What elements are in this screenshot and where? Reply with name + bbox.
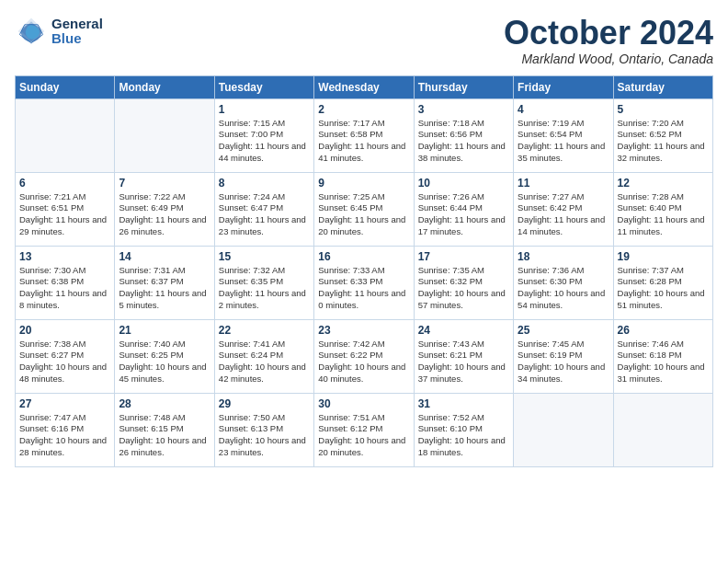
calendar-cell: 23Sunrise: 7:42 AM Sunset: 6:22 PM Dayli…: [314, 319, 414, 393]
calendar-cell: 2Sunrise: 7:17 AM Sunset: 6:58 PM Daylig…: [314, 98, 414, 172]
day-number: 29: [219, 397, 310, 410]
day-number: 22: [219, 324, 310, 337]
day-info: Sunrise: 7:45 AM Sunset: 6:19 PM Dayligh…: [518, 339, 609, 385]
calendar-cell: [115, 98, 214, 172]
day-number: 21: [119, 324, 210, 337]
day-number: 23: [318, 324, 409, 337]
day-info: Sunrise: 7:28 AM Sunset: 6:40 PM Dayligh…: [618, 191, 709, 238]
location: Markland Wood, Ontario, Canada: [504, 52, 713, 66]
day-info: Sunrise: 7:30 AM Sunset: 6:38 PM Dayligh…: [19, 265, 110, 312]
day-info: Sunrise: 7:41 AM Sunset: 6:24 PM Dayligh…: [219, 339, 310, 385]
calendar-cell: 7Sunrise: 7:22 AM Sunset: 6:49 PM Daylig…: [115, 172, 214, 246]
day-number: 16: [318, 250, 409, 263]
calendar-cell: 28Sunrise: 7:48 AM Sunset: 6:15 PM Dayli…: [115, 393, 214, 466]
weekday-header-tuesday: Tuesday: [214, 75, 313, 98]
day-info: Sunrise: 7:32 AM Sunset: 6:35 PM Dayligh…: [219, 265, 310, 312]
page-header: General Blue October 2024 Markland Wood,…: [15, 15, 713, 66]
day-info: Sunrise: 7:25 AM Sunset: 6:45 PM Dayligh…: [318, 191, 409, 238]
day-number: 8: [219, 177, 310, 190]
calendar-cell: 14Sunrise: 7:31 AM Sunset: 6:37 PM Dayli…: [115, 246, 214, 319]
day-info: Sunrise: 7:42 AM Sunset: 6:22 PM Dayligh…: [318, 339, 409, 385]
calendar-week-row: 13Sunrise: 7:30 AM Sunset: 6:38 PM Dayli…: [16, 246, 713, 319]
calendar-cell: 29Sunrise: 7:50 AM Sunset: 6:13 PM Dayli…: [214, 393, 313, 466]
day-info: Sunrise: 7:47 AM Sunset: 6:16 PM Dayligh…: [19, 412, 110, 459]
day-info: Sunrise: 7:27 AM Sunset: 6:42 PM Dayligh…: [518, 191, 609, 238]
day-number: 4: [518, 103, 609, 116]
day-info: Sunrise: 7:19 AM Sunset: 6:54 PM Dayligh…: [518, 118, 609, 165]
calendar-cell: [613, 393, 712, 466]
day-info: Sunrise: 7:37 AM Sunset: 6:28 PM Dayligh…: [618, 265, 709, 312]
calendar-cell: 20Sunrise: 7:38 AM Sunset: 6:27 PM Dayli…: [16, 319, 115, 393]
calendar-cell: 11Sunrise: 7:27 AM Sunset: 6:42 PM Dayli…: [514, 172, 613, 246]
day-number: 19: [618, 250, 709, 263]
calendar-cell: 17Sunrise: 7:35 AM Sunset: 6:32 PM Dayli…: [414, 246, 513, 319]
calendar-cell: 8Sunrise: 7:24 AM Sunset: 6:47 PM Daylig…: [214, 172, 313, 246]
month-title: October 2024: [504, 15, 713, 52]
day-number: 12: [618, 177, 709, 190]
weekday-header-wednesday: Wednesday: [314, 75, 414, 98]
day-info: Sunrise: 7:31 AM Sunset: 6:37 PM Dayligh…: [119, 265, 210, 312]
weekday-header-row: SundayMondayTuesdayWednesdayThursdayFrid…: [16, 75, 713, 98]
day-info: Sunrise: 7:17 AM Sunset: 6:58 PM Dayligh…: [318, 118, 409, 165]
day-info: Sunrise: 7:15 AM Sunset: 7:00 PM Dayligh…: [219, 118, 310, 165]
day-info: Sunrise: 7:38 AM Sunset: 6:27 PM Dayligh…: [19, 339, 110, 385]
calendar-cell: 18Sunrise: 7:36 AM Sunset: 6:30 PM Dayli…: [514, 246, 613, 319]
calendar-cell: 24Sunrise: 7:43 AM Sunset: 6:21 PM Dayli…: [414, 319, 513, 393]
day-info: Sunrise: 7:22 AM Sunset: 6:49 PM Dayligh…: [119, 191, 210, 238]
weekday-header-saturday: Saturday: [613, 75, 712, 98]
calendar-cell: 13Sunrise: 7:30 AM Sunset: 6:38 PM Dayli…: [16, 246, 115, 319]
weekday-header-friday: Friday: [514, 75, 613, 98]
calendar-cell: 27Sunrise: 7:47 AM Sunset: 6:16 PM Dayli…: [16, 393, 115, 466]
calendar-cell: 31Sunrise: 7:52 AM Sunset: 6:10 PM Dayli…: [414, 393, 513, 466]
day-info: Sunrise: 7:18 AM Sunset: 6:56 PM Dayligh…: [418, 118, 509, 165]
day-number: 9: [318, 177, 409, 190]
calendar-cell: 12Sunrise: 7:28 AM Sunset: 6:40 PM Dayli…: [613, 172, 712, 246]
day-info: Sunrise: 7:26 AM Sunset: 6:44 PM Dayligh…: [418, 191, 509, 238]
day-number: 6: [19, 177, 110, 190]
day-number: 13: [19, 250, 110, 263]
calendar-cell: 30Sunrise: 7:51 AM Sunset: 6:12 PM Dayli…: [314, 393, 414, 466]
day-info: Sunrise: 7:50 AM Sunset: 6:13 PM Dayligh…: [219, 412, 310, 459]
day-number: 30: [318, 397, 409, 410]
day-number: 3: [418, 103, 509, 116]
calendar-week-row: 27Sunrise: 7:47 AM Sunset: 6:16 PM Dayli…: [16, 393, 713, 466]
calendar-cell: [16, 98, 115, 172]
calendar-cell: 10Sunrise: 7:26 AM Sunset: 6:44 PM Dayli…: [414, 172, 513, 246]
day-number: 1: [219, 103, 310, 116]
day-number: 24: [418, 324, 509, 337]
weekday-header-sunday: Sunday: [16, 75, 115, 98]
calendar-cell: 22Sunrise: 7:41 AM Sunset: 6:24 PM Dayli…: [214, 319, 313, 393]
weekday-header-thursday: Thursday: [414, 75, 513, 98]
calendar-cell: 1Sunrise: 7:15 AM Sunset: 7:00 PM Daylig…: [214, 98, 313, 172]
day-number: 10: [418, 177, 509, 190]
day-number: 15: [219, 250, 310, 263]
title-block: October 2024 Markland Wood, Ontario, Can…: [504, 15, 713, 66]
weekday-header-monday: Monday: [115, 75, 214, 98]
calendar-week-row: 6Sunrise: 7:21 AM Sunset: 6:51 PM Daylig…: [16, 172, 713, 246]
logo-icon: [15, 15, 48, 48]
day-info: Sunrise: 7:40 AM Sunset: 6:25 PM Dayligh…: [119, 339, 210, 385]
calendar-week-row: 1Sunrise: 7:15 AM Sunset: 7:00 PM Daylig…: [16, 98, 713, 172]
day-info: Sunrise: 7:21 AM Sunset: 6:51 PM Dayligh…: [19, 191, 110, 238]
calendar-cell: 26Sunrise: 7:46 AM Sunset: 6:18 PM Dayli…: [613, 319, 712, 393]
day-info: Sunrise: 7:48 AM Sunset: 6:15 PM Dayligh…: [119, 412, 210, 459]
calendar-cell: 3Sunrise: 7:18 AM Sunset: 6:56 PM Daylig…: [414, 98, 513, 172]
day-info: Sunrise: 7:20 AM Sunset: 6:52 PM Dayligh…: [618, 118, 709, 165]
day-number: 26: [618, 324, 709, 337]
day-info: Sunrise: 7:51 AM Sunset: 6:12 PM Dayligh…: [318, 412, 409, 459]
day-number: 27: [19, 397, 110, 410]
day-number: 14: [119, 250, 210, 263]
day-number: 2: [318, 103, 409, 116]
day-info: Sunrise: 7:36 AM Sunset: 6:30 PM Dayligh…: [518, 265, 609, 312]
calendar-cell: 16Sunrise: 7:33 AM Sunset: 6:33 PM Dayli…: [314, 246, 414, 319]
day-info: Sunrise: 7:33 AM Sunset: 6:33 PM Dayligh…: [318, 265, 409, 312]
day-number: 28: [119, 397, 210, 410]
calendar-cell: 4Sunrise: 7:19 AM Sunset: 6:54 PM Daylig…: [514, 98, 613, 172]
day-number: 20: [19, 324, 110, 337]
day-number: 18: [518, 250, 609, 263]
day-info: Sunrise: 7:46 AM Sunset: 6:18 PM Dayligh…: [618, 339, 709, 385]
calendar-cell: 19Sunrise: 7:37 AM Sunset: 6:28 PM Dayli…: [613, 246, 712, 319]
day-info: Sunrise: 7:43 AM Sunset: 6:21 PM Dayligh…: [418, 339, 509, 385]
calendar-cell: 9Sunrise: 7:25 AM Sunset: 6:45 PM Daylig…: [314, 172, 414, 246]
day-number: 11: [518, 177, 609, 190]
